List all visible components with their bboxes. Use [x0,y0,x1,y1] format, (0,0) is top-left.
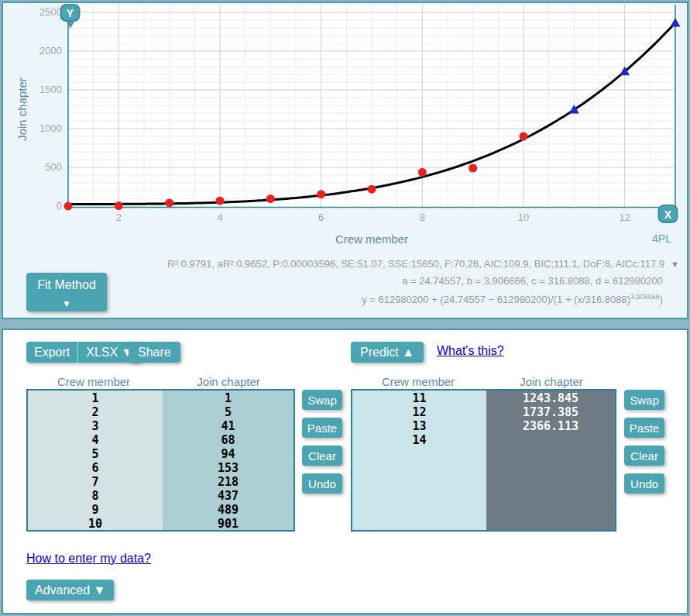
predict-data-table[interactable]: 11121314 1243.8451737.3852366.113 [351,389,616,532]
input-y-header: Join chapter [161,375,296,388]
table-cell[interactable]: 3 [28,419,163,433]
export-label: Export [26,342,77,363]
table-cell[interactable]: 11 [352,391,486,405]
svg-text:0: 0 [57,200,62,212]
table-cell[interactable]: 9 [28,503,163,517]
table-cell[interactable]: 12 [352,405,486,419]
x-axis-handle[interactable]: X [659,205,678,222]
table-cell[interactable]: 7 [28,475,163,489]
input-data-table[interactable]: 12345678910 15416894153218437489901 [26,389,295,532]
table-cell[interactable]: 41 [163,419,294,433]
swap-button-input[interactable]: Swap [302,390,342,410]
data-point [64,201,73,210]
undo-button-predict[interactable]: Undo [624,473,664,494]
data-point [165,198,173,207]
table-cell[interactable]: 5 [28,447,163,461]
chart-panel: 2468101205001000150020002500Crew memberJ… [2,2,688,319]
table-cell[interactable]: 2366.113 [486,419,615,433]
table-cell[interactable]: 901 [163,517,294,531]
table-cell[interactable]: 437 [163,489,294,503]
table-cell[interactable]: 68 [163,433,294,447]
equation-exponent: 3.906666 [630,293,660,301]
stats-line: R²:0.9791, aR²:0.9652, P:0.00003596, SE:… [167,256,679,273]
stats-collapse-toggle[interactable]: ▼ [671,260,679,269]
input-y-column[interactable]: 15416894153218437489901 [163,391,294,530]
predict-y-header: Join chapter [484,375,619,388]
table-cell[interactable]: 10 [28,517,163,531]
table-cell[interactable]: 489 [163,503,294,517]
table-cell[interactable]: 5 [163,405,294,419]
svg-text:1500: 1500 [39,84,62,95]
table-cell[interactable]: 1243.845 [486,391,615,405]
table-cell[interactable]: 6 [28,461,163,475]
svg-text:500: 500 [45,161,62,173]
share-button[interactable]: Share [129,342,180,363]
swap-button-predict[interactable]: Swap [624,390,664,410]
data-point [469,164,477,173]
fit-method-label: Fit Method [37,278,96,291]
export-button[interactable]: Export XLSX ▼ [26,342,141,363]
fit-method-button[interactable]: Fit Method ▼ [26,273,107,311]
table-cell[interactable]: 1737.385 [486,405,615,419]
data-point [115,201,123,210]
undo-button-input[interactable]: Undo [302,473,342,494]
clear-button-input[interactable]: Clear [302,446,342,466]
input-x-column[interactable]: 12345678910 [28,391,163,530]
data-panel: Export XLSX ▼ Share Predict ▲ What's thi… [2,329,688,614]
data-point [317,190,325,198]
table-cell[interactable]: 13 [352,419,486,433]
fit-chart: 2468101205001000150020002500Crew memberJ… [3,3,687,259]
fit-model-label: 4PL [652,232,671,245]
data-point [368,185,376,194]
table-cell[interactable]: 2 [28,405,163,419]
table-cell[interactable]: 8 [28,489,163,503]
table-cell[interactable]: 14 [352,433,486,447]
chevron-down-icon: ▼ [62,298,71,309]
how-to-enter-link[interactable]: How to enter my data? [26,552,151,566]
advanced-button[interactable]: Advanced ▼ [26,580,114,601]
svg-text:1000: 1000 [39,122,62,134]
clear-button-predict[interactable]: Clear [624,446,664,466]
predict-y-column: 1243.8451737.3852366.113 [486,391,615,530]
stats-text: R²:0.9791, aR²:0.9652, P:0.00003596, SE:… [167,258,664,270]
y-handle-icon: Y [67,7,74,19]
data-point [266,194,275,203]
whats-this-link[interactable]: What's this? [437,344,504,358]
table-cell[interactable]: 1 [163,391,294,405]
equation-text: y = 612980200 + (24.74557 − 612980200)/(… [362,294,630,305]
svg-text:4: 4 [217,212,222,223]
equation-close: ) [660,294,663,305]
x-handle-icon: X [664,208,672,221]
data-point [216,197,225,205]
svg-text:2: 2 [116,212,122,223]
fit-equation: y = 612980200 + (24.74557 − 612980200)/(… [167,289,679,308]
table-cell[interactable]: 94 [163,447,294,461]
x-axis-label: Crew member [335,232,408,246]
svg-text:8: 8 [420,212,425,223]
paste-button-input[interactable]: Paste [302,418,342,438]
predict-x-column[interactable]: 11121314 [352,391,486,530]
svg-text:10: 10 [518,212,529,223]
y-axis-label: Join chapter [15,77,29,141]
fit-statistics: R²:0.9791, aR²:0.9652, P:0.00003596, SE:… [167,256,679,308]
svg-text:2500: 2500 [39,6,62,18]
table-cell[interactable]: 218 [163,475,294,489]
svg-text:12: 12 [619,212,630,223]
table-cell[interactable]: 1 [28,391,163,405]
table-cell[interactable]: 153 [163,461,294,475]
data-point [520,132,528,140]
input-x-header: Crew member [26,375,161,388]
svg-text:2000: 2000 [39,45,62,57]
table-cell[interactable]: 4 [28,433,163,447]
paste-button-predict[interactable]: Paste [624,418,664,438]
predict-button[interactable]: Predict ▲ [351,342,424,363]
fit-parameters: a = 24.74557, b = 3.906666, c = 316.8088… [167,273,679,289]
predict-x-header: Crew member [351,375,486,388]
data-point [418,168,427,177]
svg-text:6: 6 [318,212,324,223]
